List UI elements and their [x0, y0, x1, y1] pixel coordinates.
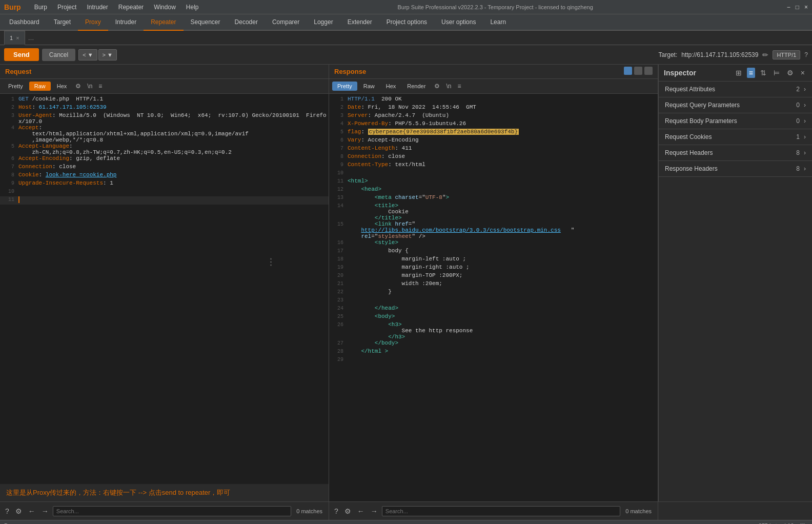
request-pretty-tab[interactable]: Pretty	[3, 82, 28, 91]
tab-proxy[interactable]: Proxy	[78, 14, 108, 31]
inspector-request-attributes[interactable]: Request Attributes 2 ›	[659, 82, 812, 97]
tab-repeater[interactable]: Repeater	[144, 14, 183, 31]
minimize-button[interactable]: −	[787, 4, 790, 11]
resp-line-1: 1 HTTP/1.1 200 OK	[329, 96, 658, 104]
menu-help[interactable]: Help	[181, 0, 204, 14]
menu-burp[interactable]: Burp	[29, 0, 52, 14]
tab-project-options[interactable]: Project options	[379, 14, 434, 31]
inspector-sort-icon[interactable]: ⇅	[758, 68, 768, 78]
inspector-adjust-icon[interactable]: ⊨	[772, 68, 782, 78]
status-text: Done	[4, 522, 17, 525]
tab-decoder[interactable]: Decoder	[228, 14, 265, 31]
request-search-prev[interactable]: ←	[26, 506, 37, 516]
response-search-settings[interactable]: ⚙	[342, 506, 353, 516]
insp-count-req-headers: 8	[796, 149, 800, 156]
maximize-button[interactable]: □	[796, 4, 799, 11]
request-code-area[interactable]: 1 GET /cookie.php HTTP/1.1 2 Host: 61.14…	[0, 94, 329, 484]
prev-button[interactable]: < ▼	[78, 49, 97, 61]
inspector-request-query-params[interactable]: Request Query Parameters 0 ›	[659, 97, 812, 113]
response-search-prev[interactable]: ←	[355, 506, 367, 516]
resp-line-9: 9 Content-Type: text/html	[329, 162, 658, 170]
tab-logger[interactable]: Logger	[307, 14, 340, 31]
response-raw-tab[interactable]: Raw	[358, 82, 380, 91]
resp-line-12: 12 <head>	[329, 186, 658, 194]
tab-sequencer[interactable]: Sequencer	[184, 14, 228, 31]
inspector-request-headers[interactable]: Request Headers 8 ›	[659, 145, 812, 161]
request-options-icon[interactable]: ⚙	[73, 81, 84, 91]
close-button[interactable]: ×	[804, 4, 808, 11]
resp-line-20: 20 margin-TOP :200PX;	[329, 272, 658, 280]
insp-row-resp-headers[interactable]: Response Headers 8 ›	[659, 161, 812, 176]
inspector-close-icon[interactable]: ×	[799, 68, 807, 78]
response-search-help[interactable]: ?	[332, 506, 340, 516]
resp-line-4: 4 X-Powered-By: PHP/5.5.9-1ubuntu4.26	[329, 120, 658, 129]
response-code-area[interactable]: 1 HTTP/1.1 200 OK 2 Date: Fri, 18 Nov 20…	[329, 94, 658, 501]
target-info: Target: http://61.147.171.105:62539 ✏ HT…	[659, 50, 808, 59]
insp-row-query-params[interactable]: Request Query Parameters 0 ›	[659, 97, 812, 113]
repeater-tabs-more[interactable]: …	[25, 34, 37, 42]
response-search-input[interactable]	[382, 506, 620, 516]
insp-label-body-params: Request Body Parameters	[665, 117, 796, 125]
menu-repeater[interactable]: Repeater	[113, 0, 149, 14]
inspector-grid-icon[interactable]: ⊞	[734, 68, 744, 78]
req-line-1: 1 GET /cookie.php HTTP/1.1	[0, 96, 329, 104]
response-menu-icon[interactable]: ≡	[455, 81, 463, 91]
inspector-response-headers[interactable]: Response Headers 8 ›	[659, 161, 812, 177]
request-search-next[interactable]: →	[39, 506, 51, 516]
response-options-icon[interactable]: ⚙	[432, 81, 442, 91]
response-panel: Response Pretty Raw Hex Render ⚙ \n ≡ 1 …	[329, 65, 658, 501]
tab-comparer[interactable]: Comparer	[265, 14, 307, 31]
tab-dashboard[interactable]: Dashboard	[2, 14, 47, 31]
tab-learn[interactable]: Learn	[483, 14, 513, 31]
response-pretty-tab[interactable]: Pretty	[332, 82, 357, 91]
resp-line-8: 8 Connection: close	[329, 153, 658, 162]
insp-row-request-attributes[interactable]: Request Attributes 2 ›	[659, 82, 812, 97]
response-panel-header: Response	[329, 65, 658, 79]
inspector-request-cookies[interactable]: Request Cookies 1 ›	[659, 129, 812, 145]
menu-window[interactable]: Window	[149, 0, 181, 14]
edit-target-icon[interactable]: ✏	[762, 51, 768, 59]
http-version-badge[interactable]: HTTP/1	[773, 50, 800, 59]
response-render-tab[interactable]: Render	[402, 82, 431, 91]
resp-line-26: 26 <h3> See the http response </h3>	[329, 321, 658, 340]
next-button[interactable]: > ▼	[98, 49, 117, 61]
insp-arrow-query-params: ›	[804, 102, 806, 109]
resp-view-icon-3[interactable]	[644, 67, 653, 75]
request-search-input[interactable]	[53, 506, 291, 516]
cancel-button[interactable]: Cancel	[42, 49, 75, 61]
insp-label-request-attributes: Request Attributes	[665, 86, 796, 93]
insp-row-body-params[interactable]: Request Body Parameters 0 ›	[659, 113, 812, 129]
inspector-list-icon[interactable]: ≡	[747, 68, 755, 78]
request-panel-header: Request	[0, 65, 329, 79]
menu-intruder[interactable]: Intruder	[82, 0, 113, 14]
repeater-tab-1[interactable]: 1 ×	[4, 31, 25, 45]
response-hex-tab[interactable]: Hex	[381, 82, 401, 91]
request-raw-tab[interactable]: Raw	[29, 82, 51, 91]
response-wrap-icon[interactable]: \n	[443, 81, 454, 91]
send-button[interactable]: Send	[4, 48, 39, 61]
response-search-next[interactable]: →	[369, 506, 380, 516]
repeater-tab-bar: 1 × … ➜	[0, 31, 812, 45]
request-hex-tab[interactable]: Hex	[52, 82, 72, 91]
insp-row-req-headers[interactable]: Request Headers 8 ›	[659, 145, 812, 160]
repeater-tab-1-close[interactable]: ×	[16, 35, 19, 41]
inspector-request-body-params[interactable]: Request Body Parameters 0 ›	[659, 113, 812, 129]
help-icon[interactable]: ?	[804, 51, 808, 58]
resp-line-13: 13 <meta charset="UTF-8">	[329, 194, 658, 203]
tab-target[interactable]: Target	[47, 14, 78, 31]
menu-project[interactable]: Project	[52, 0, 82, 14]
resp-view-icon-1[interactable]	[624, 67, 632, 75]
tab-extender[interactable]: Extender	[340, 14, 379, 31]
tab-intruder[interactable]: Intruder	[108, 14, 144, 31]
request-menu-icon[interactable]: ≡	[96, 81, 105, 91]
inspector-settings-icon[interactable]: ⚙	[785, 68, 796, 78]
target-url: http://61.147.171.105:62539	[681, 51, 758, 58]
request-search-help[interactable]: ?	[3, 506, 11, 516]
resp-line-24: 24 </head>	[329, 305, 658, 313]
request-search-settings[interactable]: ⚙	[13, 506, 24, 516]
resp-view-icon-2[interactable]	[634, 67, 642, 75]
tab-user-options[interactable]: User options	[434, 14, 483, 31]
insp-row-cookies[interactable]: Request Cookies 1 ›	[659, 129, 812, 145]
request-wrap-icon[interactable]: \n	[85, 81, 95, 91]
app-logo: Burp	[4, 3, 21, 11]
